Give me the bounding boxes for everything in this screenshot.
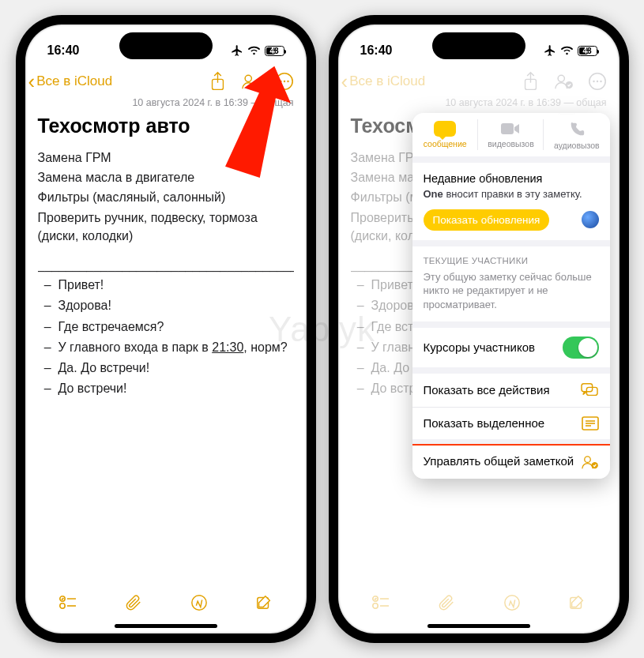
collaboration-popover: сообщение видеовызов аудиовызов Недавние… bbox=[412, 113, 610, 479]
svg-point-1 bbox=[245, 75, 251, 81]
paperclip-icon bbox=[125, 594, 142, 611]
svg-point-34 bbox=[584, 456, 590, 462]
markup-button[interactable] bbox=[503, 594, 521, 615]
note-meta: 10 августа 2024 г. в 16:39 — общая bbox=[25, 97, 307, 111]
svg-point-4 bbox=[280, 81, 281, 82]
markup-button[interactable] bbox=[190, 594, 208, 615]
wifi-icon bbox=[560, 46, 574, 56]
collaborate-icon bbox=[580, 454, 599, 470]
svg-rect-27 bbox=[501, 123, 514, 134]
note-meta: 10 августа 2024 г. в 16:39 — общая bbox=[338, 97, 620, 111]
current-participants-section: ТЕКУЩИЕ УЧАСТНИКИ Эту общую заметку сейч… bbox=[412, 246, 610, 321]
action-audio-call[interactable]: аудиовызов bbox=[544, 113, 609, 156]
airplane-mode-icon bbox=[231, 44, 243, 57]
participants-header: ТЕКУЩИЕ УЧАСТНИКИ bbox=[412, 246, 610, 270]
back-button[interactable]: ‹ Все в iCloud bbox=[28, 71, 113, 92]
row-participant-cursors[interactable]: Курсоры участников bbox=[412, 328, 610, 367]
updates-header: Недавние обновления bbox=[424, 172, 599, 185]
back-label: Все в iCloud bbox=[36, 73, 112, 89]
chevron-left-icon: ‹ bbox=[341, 71, 348, 92]
chat-line[interactable]: До встречи! bbox=[58, 379, 294, 397]
nav-bar: ‹ Все в iCloud bbox=[338, 66, 620, 97]
more-button[interactable] bbox=[275, 72, 294, 91]
attach-button[interactable] bbox=[125, 594, 142, 615]
svg-point-6 bbox=[287, 81, 288, 82]
chat-line[interactable]: Да. До встречи! bbox=[58, 359, 294, 377]
back-label: Все в iCloud bbox=[349, 73, 425, 89]
attach-button[interactable] bbox=[438, 594, 455, 615]
back-button[interactable]: ‹ Все в iCloud bbox=[341, 71, 426, 92]
chat-bubbles-icon bbox=[580, 382, 599, 398]
chat-line[interactable]: Где встречаемся? bbox=[58, 318, 294, 336]
compose-button[interactable] bbox=[255, 594, 273, 615]
ellipsis-circle-icon bbox=[275, 72, 294, 91]
note-title[interactable]: Техосмотр авто bbox=[25, 111, 307, 149]
compose-button[interactable] bbox=[568, 594, 586, 615]
svg-point-19 bbox=[596, 81, 597, 82]
time-link[interactable]: 21:30 bbox=[212, 340, 243, 354]
note-body[interactable]: Замена ГРМ Замена масла в двигателе Филь… bbox=[25, 149, 307, 400]
status-time: 16:40 bbox=[47, 43, 80, 58]
svg-point-15 bbox=[558, 75, 564, 81]
show-updates-button[interactable]: Показать обновления bbox=[424, 209, 550, 231]
recent-updates-section: Недавние обновления One вносит правки в … bbox=[412, 163, 610, 240]
share-icon bbox=[209, 71, 226, 92]
body-line: Замена масла в двигателе bbox=[38, 168, 294, 186]
compose-icon bbox=[255, 594, 273, 611]
status-time: 16:40 bbox=[360, 43, 393, 58]
wifi-icon bbox=[247, 46, 261, 56]
battery-icon: 48 bbox=[578, 46, 597, 56]
row-manage-shared-note[interactable]: Управлять общей заметкой bbox=[412, 446, 610, 479]
collaborate-button[interactable] bbox=[240, 73, 261, 90]
body-line: Проверить ручник, подвеску, тормоза (дис… bbox=[38, 209, 294, 245]
checklist-icon bbox=[58, 595, 77, 611]
bottom-toolbar bbox=[25, 586, 307, 624]
collaborate-icon bbox=[553, 73, 574, 90]
home-indicator[interactable] bbox=[427, 624, 530, 628]
chat-line[interactable]: Привет! bbox=[58, 276, 294, 294]
chevron-left-icon: ‹ bbox=[28, 71, 36, 92]
markup-icon bbox=[190, 594, 208, 611]
home-indicator[interactable] bbox=[115, 624, 217, 628]
svg-point-23 bbox=[373, 603, 378, 608]
body-line: Замена ГРМ bbox=[38, 149, 294, 167]
share-button[interactable] bbox=[209, 71, 226, 92]
row-show-all-actions[interactable]: Показать все действия bbox=[412, 374, 610, 407]
share-icon bbox=[522, 71, 539, 92]
svg-point-11 bbox=[192, 596, 206, 610]
message-icon bbox=[434, 121, 456, 137]
phone-left: 16:40 48 ‹ Все в iCloud bbox=[16, 15, 316, 643]
row-show-highlighted[interactable]: Показать выделенное bbox=[412, 407, 610, 439]
checklist-button[interactable] bbox=[58, 595, 77, 614]
divider-line: ________________________________________ bbox=[38, 256, 294, 274]
collaborate-icon bbox=[240, 73, 261, 90]
chat-list: Привет! Здорова! Где встречаемся? У глав… bbox=[38, 276, 294, 397]
checklist-button[interactable] bbox=[371, 595, 390, 614]
nav-bar: ‹ Все в iCloud bbox=[25, 66, 307, 97]
collaborate-button[interactable] bbox=[553, 73, 574, 90]
toggle-on[interactable] bbox=[563, 337, 599, 359]
svg-point-5 bbox=[283, 81, 284, 82]
airplane-mode-icon bbox=[544, 44, 556, 57]
more-button[interactable] bbox=[588, 72, 607, 91]
chat-line[interactable]: У главного входа в парк в 21:30, норм? bbox=[58, 338, 294, 356]
battery-icon: 48 bbox=[265, 46, 284, 56]
participants-text: Эту общую заметку сейчас больше никто не… bbox=[412, 270, 610, 321]
svg-point-25 bbox=[505, 596, 519, 610]
svg-point-9 bbox=[60, 603, 65, 608]
svg-point-20 bbox=[600, 81, 601, 82]
action-message[interactable]: сообщение bbox=[412, 113, 478, 156]
dynamic-island bbox=[432, 32, 525, 59]
chat-line[interactable]: Здорова! bbox=[58, 296, 294, 314]
screen: 16:40 48 ‹ Все в iCloud 10 августа 2024 … bbox=[338, 24, 620, 634]
video-icon bbox=[500, 121, 521, 137]
ellipsis-circle-icon bbox=[588, 72, 607, 91]
dynamic-island bbox=[119, 32, 213, 59]
participant-avatar[interactable] bbox=[582, 211, 599, 228]
svg-point-18 bbox=[593, 81, 594, 82]
share-button[interactable] bbox=[522, 71, 539, 92]
bottom-toolbar bbox=[338, 586, 620, 624]
highlighted-lines-icon bbox=[582, 416, 599, 431]
action-video-call[interactable]: видеовызов bbox=[478, 113, 544, 156]
body-line: Фильтры (масляный, салонный) bbox=[38, 188, 294, 206]
